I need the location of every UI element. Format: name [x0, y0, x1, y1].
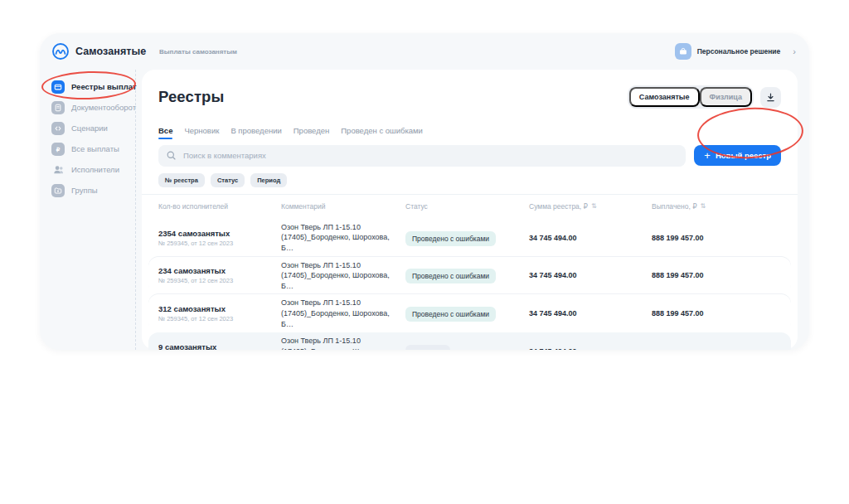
tab[interactable]: Проведен: [294, 124, 329, 139]
sidebar-item[interactable]: Исполнители: [40, 159, 135, 180]
row-paid: 888 199 457.00: [652, 234, 761, 242]
status-badge: Черновик: [405, 345, 450, 350]
plus-icon: +: [704, 150, 711, 161]
row-comment: Озон Тверь ЛП 1-15.10(17405)_Бороденко, …: [281, 298, 405, 329]
svg-text:₽: ₽: [56, 146, 61, 153]
column-header[interactable]: Статус: [405, 202, 529, 211]
groups-icon: [51, 184, 65, 197]
row-paid: 888 199 457.00: [652, 309, 761, 317]
registry-icon: [51, 80, 65, 94]
people-icon: [51, 163, 65, 177]
search-box[interactable]: [158, 145, 686, 167]
tab[interactable]: Проведен с ошибками: [341, 124, 423, 139]
row-count: 9 самозанятых: [158, 342, 281, 350]
sort-icon[interactable]: ⇅: [701, 203, 706, 210]
sidebar-item[interactable]: Документооборот: [40, 97, 135, 118]
row-meta: № 259345, от 12 сен 2023: [158, 240, 281, 247]
table-row[interactable]: 234 самозанятых № 259345, от 12 сен 2023…: [148, 257, 791, 295]
topbar: Самозанятые Выплаты самозанятым Персонал…: [40, 33, 809, 70]
briefcase-icon: [675, 43, 691, 60]
filter-chips: № реестраСтатусПериод: [158, 173, 781, 187]
row-paid: 888 199 457.00: [652, 271, 761, 279]
brand-name: Самозанятые: [75, 46, 146, 57]
app-window: Самозанятые Выплаты самозанятым Персонал…: [40, 33, 809, 350]
row-comment: Озон Тверь ЛП 1-15.10(17405)_Бороденко, …: [281, 336, 405, 350]
new-registry-button[interactable]: + Новый реестр: [694, 145, 781, 166]
search-icon: [166, 150, 177, 161]
filter-chip[interactable]: Статус: [211, 173, 245, 187]
search-input[interactable]: [182, 150, 678, 161]
tab[interactable]: В проведении: [230, 124, 281, 139]
segment-option[interactable]: Физлица: [700, 87, 752, 107]
row-sum: 34 745 494.00: [529, 234, 652, 242]
table-row[interactable]: 2354 самозанятых № 259345, от 12 сен 202…: [148, 219, 791, 257]
sidebar-item-label: Все выплаты: [71, 144, 119, 153]
breadcrumb: Выплаты самозанятым: [159, 48, 237, 56]
filter-chip[interactable]: № реестра: [158, 173, 205, 187]
account-label: Персональное решение: [697, 47, 781, 56]
sidebar-item-label: Сценарии: [71, 124, 108, 133]
row-count: 312 самозанятых: [158, 304, 281, 313]
row-sum: 34 745 494.00: [529, 271, 652, 279]
sidebar-item[interactable]: Сценарии: [40, 118, 135, 138]
sidebar-item-label: Документооборот: [71, 103, 136, 112]
sidebar-item[interactable]: ₽ Все выплаты: [40, 138, 135, 159]
table-header: Кол-во исполнителей Комментарий Статус С…: [158, 195, 781, 219]
status-badge: Проведено с ошибками: [405, 307, 496, 322]
brand[interactable]: Самозанятые: [51, 42, 159, 61]
page-title: Реестры: [158, 88, 628, 106]
row-sum: 34 745 494.00: [529, 309, 652, 317]
sidebar-item[interactable]: Группы: [40, 180, 135, 201]
sidebar-item-label: Реестры выплат: [71, 82, 137, 91]
table-row[interactable]: 312 самозанятых № 259345, от 12 сен 2023…: [148, 294, 791, 332]
filter-chip[interactable]: Период: [250, 173, 287, 187]
scenario-icon: [51, 122, 65, 135]
column-header[interactable]: Комментарий: [281, 202, 405, 211]
account-menu[interactable]: Персональное решение ›: [675, 43, 796, 60]
download-icon: [765, 92, 776, 103]
row-comment: Озон Тверь ЛП 1-15.10(17405)_Бороденко, …: [281, 222, 405, 254]
brand-logo-icon: [51, 42, 70, 61]
document-icon: [51, 101, 65, 114]
row-paid: —: [652, 347, 761, 350]
status-badge: Проведено с ошибками: [405, 269, 496, 284]
status-tabs: ВсеЧерновикВ проведенииПроведенПроведен …: [158, 124, 781, 139]
sidebar-item-label: Исполнители: [71, 165, 119, 174]
entity-type-toggle: СамозанятыеФизлица: [628, 85, 754, 109]
new-registry-label: Новый реестр: [716, 151, 771, 160]
sidebar-nav: Реестры выплат Документооборот Сценарии …: [40, 70, 136, 350]
row-comment: Озон Тверь ЛП 1-15.10(17405)_Бороденко, …: [281, 260, 405, 292]
segment-option[interactable]: Самозанятые: [629, 87, 700, 107]
sidebar-item-label: Группы: [71, 186, 98, 195]
row-count: 2354 самозанятых: [158, 229, 281, 238]
payments-icon: ₽: [51, 143, 65, 156]
table-row[interactable]: 9 самозанятых № 259345, от 12 сен 2023 О…: [148, 332, 791, 350]
row-meta: № 259345, от 12 сен 2023: [158, 277, 281, 284]
column-header[interactable]: Сумма реестра, ₽ ⇅: [529, 202, 652, 211]
main-panel: Реестры СамозанятыеФизлица ВсеЧерновикВ …: [142, 70, 798, 350]
status-badge: Проведено с ошибками: [405, 231, 496, 246]
column-header[interactable]: Кол-во исполнителей: [158, 202, 281, 211]
row-meta: № 259345, от 12 сен 2023: [158, 315, 281, 322]
sidebar-item[interactable]: Реестры выплат: [40, 76, 135, 97]
row-count: 234 самозанятых: [158, 266, 281, 275]
row-actions-icon[interactable]: ⋯: [761, 347, 781, 350]
row-sum: 34 745 494.00: [529, 347, 652, 350]
table-body: 2354 самозанятых № 259345, от 12 сен 202…: [158, 219, 781, 350]
column-header[interactable]: Выплачено, ₽ ⇅: [652, 202, 761, 211]
sort-icon[interactable]: ⇅: [591, 203, 597, 210]
download-button[interactable]: [760, 87, 781, 108]
chevron-right-icon[interactable]: ›: [793, 47, 796, 56]
tab[interactable]: Все: [158, 124, 172, 139]
tab[interactable]: Черновик: [184, 124, 219, 139]
